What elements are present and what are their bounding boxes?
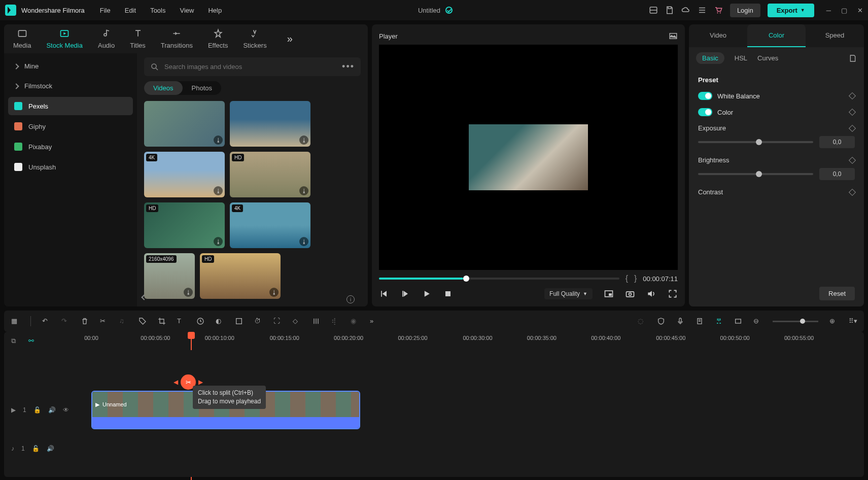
- record-icon[interactable]: ◉: [351, 317, 359, 325]
- menu-help[interactable]: Help: [208, 7, 222, 14]
- login-button[interactable]: Login: [730, 4, 760, 17]
- step-back-icon[interactable]: [400, 289, 410, 299]
- download-icon[interactable]: ⭳: [214, 186, 223, 195]
- mute-icon[interactable]: 🔊: [47, 445, 54, 452]
- marker-circle-icon[interactable]: ◌: [638, 317, 646, 325]
- keyframe-icon[interactable]: [849, 188, 856, 195]
- layout-icon[interactable]: [649, 6, 658, 15]
- play-icon[interactable]: [422, 289, 432, 299]
- tabs-more-icon[interactable]: »: [287, 28, 293, 49]
- sidebar-item-mine[interactable]: Mine: [8, 57, 133, 75]
- search-input[interactable]: [164, 63, 337, 71]
- reset-button[interactable]: Reset: [819, 287, 855, 300]
- keyframe-icon[interactable]: [849, 109, 856, 116]
- audio-wave-icon[interactable]: ⢾: [331, 317, 339, 325]
- sidebar-item-unsplash[interactable]: Unsplash: [8, 158, 133, 176]
- tab-media[interactable]: Media: [13, 28, 31, 49]
- cart-icon[interactable]: [714, 6, 723, 15]
- mask-icon[interactable]: [235, 317, 243, 325]
- tab-effects[interactable]: Effects: [208, 28, 228, 49]
- prev-icon[interactable]: [141, 294, 147, 300]
- rp-sub-hsl[interactable]: HSL: [735, 54, 747, 62]
- rp-tab-color[interactable]: Color: [747, 24, 806, 47]
- color-toggle[interactable]: [698, 108, 712, 116]
- mute-icon[interactable]: 🔊: [48, 406, 56, 414]
- thumbnail[interactable]: HD⭳: [144, 202, 225, 248]
- thumbnail[interactable]: HD⭳: [230, 152, 310, 197]
- mark-out-icon[interactable]: }: [634, 274, 637, 283]
- sidebar-item-pexels[interactable]: Pexels: [8, 97, 133, 115]
- volume-icon[interactable]: [646, 289, 656, 299]
- menu-tools[interactable]: Tools: [150, 7, 165, 14]
- seg-videos[interactable]: Videos: [144, 81, 183, 95]
- redo-icon[interactable]: ↷: [61, 317, 70, 325]
- tab-stickers[interactable]: Stickers: [243, 28, 266, 49]
- snapshot-icon[interactable]: [669, 31, 678, 41]
- tag-icon[interactable]: [138, 317, 147, 325]
- rp-tab-video[interactable]: Video: [689, 24, 747, 47]
- save-preset-icon[interactable]: [849, 54, 857, 62]
- mic-icon[interactable]: [676, 317, 684, 325]
- zoom-in-icon[interactable]: ⊕: [829, 317, 838, 325]
- maximize-icon[interactable]: ▢: [841, 7, 847, 14]
- thumbnail[interactable]: HD⭳: [200, 253, 281, 299]
- lock-icon[interactable]: 🔓: [32, 445, 40, 452]
- tab-audio[interactable]: Audio: [98, 28, 115, 49]
- thumbnail[interactable]: ⭳: [144, 101, 225, 147]
- download-icon[interactable]: ⭳: [299, 186, 308, 195]
- info-icon[interactable]: i: [346, 295, 355, 303]
- download-icon[interactable]: ⭳: [214, 135, 223, 145]
- keyframe-icon[interactable]: [849, 92, 856, 99]
- seg-photos[interactable]: Photos: [183, 81, 221, 95]
- tab-titles[interactable]: Titles: [130, 28, 146, 49]
- magnet-icon[interactable]: [715, 317, 723, 325]
- lock-icon[interactable]: 🔓: [33, 406, 41, 414]
- view-options-icon[interactable]: ⠿▾: [849, 317, 857, 325]
- frame-icon[interactable]: [734, 317, 742, 325]
- tab-stock-media[interactable]: Stock Media: [46, 28, 83, 49]
- menu-file[interactable]: File: [100, 7, 111, 14]
- wb-toggle[interactable]: [698, 92, 712, 100]
- undo-icon[interactable]: ↶: [42, 317, 50, 325]
- keyframe-icon[interactable]: [849, 124, 856, 131]
- shield-icon[interactable]: [657, 317, 665, 325]
- download-icon[interactable]: ⭳: [299, 135, 308, 145]
- download-icon[interactable]: ⭳: [299, 237, 308, 246]
- timeline-ruler[interactable]: 00:00 00:00:05:00 00:00:10:00 00:00:15:0…: [91, 332, 864, 350]
- camera-icon[interactable]: [625, 289, 635, 299]
- crop-icon[interactable]: [158, 317, 166, 325]
- list-icon[interactable]: [698, 6, 707, 15]
- sidebar-item-filmstock[interactable]: Filmstock: [8, 77, 133, 95]
- thumbnail[interactable]: 2160x4096⭳: [144, 253, 195, 299]
- mark-in-icon[interactable]: {: [626, 274, 628, 283]
- exposure-slider[interactable]: [698, 141, 813, 143]
- notes-icon[interactable]: [696, 317, 704, 325]
- save-icon[interactable]: [665, 6, 674, 15]
- tab-transitions[interactable]: Transitions: [161, 28, 193, 49]
- minimize-icon[interactable]: ─: [826, 7, 831, 14]
- speed-icon[interactable]: [196, 317, 204, 325]
- grid-icon[interactable]: ▦: [11, 317, 19, 325]
- exposure-value[interactable]: 0,0: [819, 136, 855, 148]
- quality-dropdown[interactable]: Full Quality▼: [544, 288, 593, 299]
- preview-viewport[interactable]: [379, 45, 678, 270]
- rp-tab-speed[interactable]: Speed: [806, 24, 864, 47]
- text-icon[interactable]: T: [177, 317, 185, 325]
- delete-icon[interactable]: [81, 317, 89, 325]
- zoom-out-icon[interactable]: ⊖: [753, 317, 761, 325]
- search-menu-icon[interactable]: •••: [342, 61, 355, 72]
- cloud-icon[interactable]: [681, 6, 690, 15]
- thumbnail[interactable]: 4K⭳: [230, 202, 310, 248]
- progress-bar[interactable]: [379, 278, 619, 280]
- pip-icon[interactable]: [604, 289, 614, 299]
- rp-sub-curves[interactable]: Curves: [757, 54, 778, 62]
- keyframe-icon[interactable]: [849, 156, 856, 163]
- sidebar-item-giphy[interactable]: Giphy: [8, 117, 133, 135]
- rp-sub-basic[interactable]: Basic: [696, 52, 724, 64]
- thumbnail[interactable]: 4K⭳: [144, 152, 225, 197]
- stop-icon[interactable]: [443, 289, 453, 299]
- link-icon[interactable]: ⚯: [28, 337, 37, 345]
- brightness-value[interactable]: 0,0: [819, 168, 855, 180]
- overlap-icon[interactable]: ⧉: [11, 337, 19, 345]
- music-icon[interactable]: ♫: [119, 317, 127, 325]
